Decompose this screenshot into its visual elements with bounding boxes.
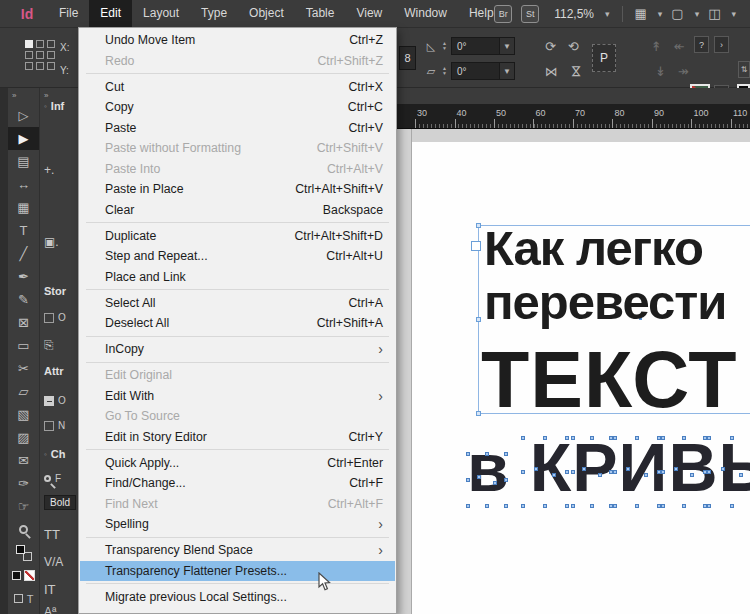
- help-button[interactable]: ?: [694, 36, 709, 53]
- document-heading-text[interactable]: Как легко перевести: [484, 221, 726, 329]
- menu-item-edit-original[interactable]: Edit Original: [80, 365, 395, 386]
- text-frame-inport[interactable]: [471, 241, 481, 251]
- frame-handle-top-left[interactable]: [476, 223, 481, 228]
- panel-arrow-button-top[interactable]: ›: [714, 36, 729, 53]
- menu-item-select-all[interactable]: Select AllCtrl+A: [80, 293, 395, 314]
- menu-item-undo-move-item[interactable]: Undo Move ItemCtrl+Z: [80, 30, 395, 51]
- menubar-item-window[interactable]: Window: [393, 0, 458, 27]
- overprint-checkbox[interactable]: O: [44, 395, 66, 406]
- menu-item-clear[interactable]: ClearBackspace: [80, 200, 395, 221]
- frame-handle-mid-left[interactable]: [476, 317, 481, 322]
- rectangle-frame-tool[interactable]: ⊠: [8, 311, 39, 334]
- apply-color-none-cluster[interactable]: [8, 564, 39, 587]
- menu-item-place-and-link[interactable]: Place and Link: [80, 267, 395, 288]
- flip-vertical-button[interactable]: ⋈: [569, 65, 584, 78]
- attributes-panel-header[interactable]: Attr: [44, 365, 64, 377]
- menubar-item-layout[interactable]: Layout: [132, 0, 190, 27]
- eyedropper-tool[interactable]: ✑: [8, 472, 39, 495]
- shear-angle-field[interactable]: 0°▼: [451, 62, 515, 80]
- content-collector-tool[interactable]: ▦: [8, 196, 39, 219]
- fill-stroke-swatches[interactable]: [8, 541, 39, 564]
- pen-tool[interactable]: ✒: [8, 265, 39, 288]
- menubar-item-type[interactable]: Type: [190, 0, 238, 27]
- rotation-stepper[interactable]: ▲▼: [442, 41, 447, 51]
- direct-selection-tool[interactable]: ▶: [8, 127, 39, 150]
- menu-item-paste-into[interactable]: Paste IntoCtrl+Alt+V: [80, 159, 395, 180]
- document-area[interactable]: 30405060708090100110 Как легко перевести…: [397, 88, 750, 614]
- menu-item-spelling[interactable]: Spelling›: [80, 514, 395, 535]
- page-tool[interactable]: ▤: [8, 150, 39, 173]
- flip-horizontal-button[interactable]: ⋈: [545, 64, 558, 79]
- menu-item-step-and-repeat[interactable]: Step and Repeat...Ctrl+Alt+U: [80, 246, 395, 267]
- menu-item-cut[interactable]: CutCtrl+X: [80, 77, 395, 98]
- menu-item-duplicate[interactable]: DuplicateCtrl+Alt+Shift+D: [80, 226, 395, 247]
- font-search-field[interactable]: F: [44, 473, 61, 484]
- menu-item-quick-apply[interactable]: Quick Apply...Ctrl+Enter: [80, 453, 395, 474]
- note-tool[interactable]: ✉: [8, 449, 39, 472]
- edge-stepper-icon[interactable]: ⇅: [738, 61, 750, 78]
- menubar-item-object[interactable]: Object: [238, 0, 295, 27]
- bridge-button[interactable]: Br: [494, 5, 512, 23]
- menubar-item-table[interactable]: Table: [295, 0, 346, 27]
- free-transform-tool[interactable]: ▱: [8, 380, 39, 403]
- document-big-text[interactable]: ТЕКСТ: [481, 340, 737, 419]
- pencil-tool[interactable]: ✎: [8, 288, 39, 311]
- menu-item-deselect-all[interactable]: Deselect AllCtrl+Shift+A: [80, 313, 395, 334]
- menu-item-copy[interactable]: CopyCtrl+C: [80, 97, 395, 118]
- screen-mode-dropdown-icon[interactable]: ▾: [695, 9, 700, 19]
- menubar-item-edit[interactable]: Edit: [89, 0, 132, 27]
- screen-mode-icon[interactable]: ▢: [671, 6, 683, 21]
- select-container-icon[interactable]: P: [592, 44, 616, 72]
- stock-button[interactable]: St: [521, 5, 539, 23]
- rotate-ccw-button[interactable]: ⟲: [568, 39, 579, 54]
- menu-item-go-to-source[interactable]: Go To Source: [80, 406, 395, 427]
- menu-item-paste[interactable]: PasteCtrl+V: [80, 118, 395, 139]
- reference-point-proxy[interactable]: [25, 40, 55, 70]
- arrange-documents-dropdown-icon[interactable]: ▾: [731, 9, 736, 19]
- story-panel-header[interactable]: Stor: [44, 285, 66, 297]
- rectangle-tool[interactable]: ▭: [8, 334, 39, 357]
- menubar-item-view[interactable]: View: [345, 0, 393, 27]
- hand-tool[interactable]: ☞: [8, 495, 39, 518]
- rotate-cw-button[interactable]: ⟳: [545, 39, 556, 54]
- menu-item-edit-in-story-editor[interactable]: Edit in Story EditorCtrl+Y: [80, 427, 395, 448]
- rotation-angle-field[interactable]: 0°▼: [451, 37, 515, 55]
- view-options-dropdown-icon[interactable]: ▾: [658, 9, 663, 19]
- character-panel-header[interactable]: ◦ Ch: [44, 448, 66, 460]
- checkbox-checked-icon[interactable]: [44, 396, 54, 406]
- menu-item-edit-with[interactable]: Edit With›: [80, 386, 395, 407]
- shear-stepper[interactable]: ▲▼: [442, 66, 447, 76]
- horizontal-ruler[interactable]: 30405060708090100110: [397, 104, 750, 129]
- formatting-affects-cluster[interactable]: T: [8, 587, 39, 610]
- menu-item-migrate-previous-local-settings[interactable]: Migrate previous Local Settings...: [80, 587, 395, 608]
- constrain-proportions-link-icon[interactable]: 8: [399, 46, 416, 70]
- gradient-feather-tool[interactable]: ▨: [8, 426, 39, 449]
- document-outlined-text[interactable]: в КРИВЫЕ: [467, 433, 750, 501]
- nonprinting-checkbox[interactable]: N: [44, 420, 65, 431]
- menu-item-paste-without-formatting[interactable]: Paste without FormattingCtrl+Shift+V: [80, 138, 395, 159]
- checkbox-icon[interactable]: [44, 313, 54, 323]
- scissors-tool[interactable]: ✂: [8, 357, 39, 380]
- gap-tool[interactable]: ↔: [8, 173, 39, 196]
- menu-item-paste-in-place[interactable]: Paste in PlaceCtrl+Alt+Shift+V: [80, 179, 395, 200]
- menu-item-find-change[interactable]: Find/Change...Ctrl+F: [80, 473, 395, 494]
- menu-item-transparency-blend-space[interactable]: Transparency Blend Space›: [80, 540, 395, 561]
- zoom-tool[interactable]: [8, 518, 39, 541]
- font-style-select[interactable]: Bold: [44, 495, 76, 510]
- menu-item-find-next[interactable]: Find NextCtrl+Alt+F: [80, 494, 395, 515]
- tools-collapse-icon[interactable]: »: [8, 88, 39, 104]
- type-tool[interactable]: T: [8, 219, 39, 242]
- menu-item-transparency-flattener-presets[interactable]: Transparency Flattener Presets...: [80, 561, 395, 582]
- zoom-dropdown-icon[interactable]: ▾: [605, 9, 610, 19]
- selection-tool[interactable]: ▷: [8, 104, 39, 127]
- menu-item-redo[interactable]: RedoCtrl+Shift+Z: [80, 51, 395, 72]
- info-panel-header[interactable]: ◦ Inf: [44, 100, 64, 112]
- gradient-swatch-tool[interactable]: ▧: [8, 403, 39, 426]
- menubar-item-file[interactable]: File: [48, 0, 89, 27]
- menu-item-incopy[interactable]: InCopy›: [80, 339, 395, 360]
- story-checkbox[interactable]: O: [44, 312, 66, 323]
- line-tool[interactable]: ╱: [8, 242, 39, 265]
- checkbox-icon[interactable]: [44, 421, 54, 431]
- view-options-icon[interactable]: ▦: [635, 6, 647, 21]
- arrange-documents-icon[interactable]: ◫: [708, 6, 720, 21]
